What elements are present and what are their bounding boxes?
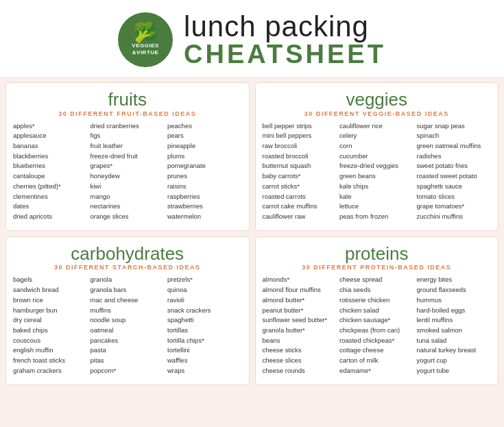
list-item: brown rice <box>13 295 43 306</box>
list-item: pineapple <box>167 141 195 151</box>
list-item: baked chips <box>13 326 48 336</box>
list-item: almond flour muffins <box>263 285 321 295</box>
list-item: yogurt cup <box>417 356 447 366</box>
list-item: dried apricots <box>13 212 52 222</box>
carbs-card: carbohydrates 30 DIFFERENT STARCH-BASED … <box>5 236 250 385</box>
list-item: zucchini muffins <box>417 212 463 222</box>
list-item: sandwich bread <box>13 285 59 295</box>
list-item: tortilla chips* <box>167 336 204 346</box>
list-item: oatmeal <box>91 326 114 336</box>
list-item: sweet potato fries <box>417 161 468 171</box>
list-item: lettuce <box>339 202 359 212</box>
header-cheatsheet-label: CHEATSHEET <box>184 41 386 67</box>
list-item: english muffin <box>13 345 53 356</box>
list-item: edamame* <box>339 366 371 376</box>
list-item: noodle soup <box>91 315 126 326</box>
list-item: pancakes <box>91 336 119 346</box>
list-item: roasted carrots <box>263 192 306 202</box>
list-item: mac and cheese <box>91 295 139 306</box>
list-item: kiwi <box>91 182 101 192</box>
carbs-col3: pretzels*quinoaraviolisnack crackersspag… <box>167 275 242 376</box>
list-item: blackberries <box>13 151 48 162</box>
list-item: chia seeds <box>339 285 370 295</box>
list-item: clementines <box>13 192 48 202</box>
list-item: apples* <box>13 121 35 132</box>
list-item: raw broccoli <box>263 141 298 151</box>
veggies-col1: bell pepper stripsmini bell peppersraw b… <box>263 121 337 222</box>
list-item: carrot sticks* <box>263 182 300 192</box>
list-item: cantaloupe <box>13 171 45 182</box>
veggies-card: veggies 30 DIFFERENT VEGGIE-BASED IDEAS … <box>255 82 499 231</box>
list-item: cottage cheese <box>339 345 383 356</box>
list-item: cheese sticks <box>263 345 302 356</box>
list-item: yogurt tube <box>417 366 450 376</box>
fruits-columns: apples*applesaucebananasblackberriesblue… <box>13 121 242 222</box>
list-item: bell pepper strips <box>263 121 312 132</box>
list-item: butternut squash <box>263 161 311 171</box>
list-item: blueberries <box>13 161 45 171</box>
fruits-col1: apples*applesaucebananasblackberriesblue… <box>13 121 88 222</box>
list-item: cauliflower raw <box>263 212 306 222</box>
list-item: chicken sausage* <box>339 315 390 326</box>
list-item: baby carrots* <box>263 171 301 182</box>
veggies-col2: cauliflower ricecelerycorncucumberfreeze… <box>339 121 414 222</box>
list-item: chickpeas (from can) <box>339 326 400 336</box>
list-item: almond butter* <box>263 295 305 306</box>
list-item: cheese slices <box>263 356 302 366</box>
logo-tree-icon: 🥦 <box>134 23 158 42</box>
list-item: hummus <box>417 295 442 306</box>
list-item: grapes* <box>91 161 113 171</box>
carbs-columns: bagelssandwich breadbrown ricehamburger … <box>13 275 242 376</box>
list-item: dry cereal <box>13 315 42 326</box>
fruits-title: fruits <box>13 90 242 110</box>
carbs-title: carbohydrates <box>13 244 242 264</box>
list-item: ground flaxseeds <box>417 285 466 295</box>
list-item: corn <box>339 141 352 151</box>
list-item: bananas <box>13 141 38 151</box>
list-item: plums <box>167 151 184 162</box>
list-item: strawberries <box>167 202 203 212</box>
list-item: dates <box>13 202 29 212</box>
list-item: fruit leather <box>91 141 123 151</box>
list-item: dried cranberries <box>91 121 139 132</box>
list-item: pears <box>167 131 184 141</box>
list-item: orange slices <box>91 212 129 222</box>
list-item: wraps <box>167 366 184 376</box>
header-lunch-label: lunch packing <box>184 12 369 41</box>
list-item: sugar snap peas <box>417 121 465 132</box>
list-item: cheese rounds <box>263 366 305 376</box>
list-item: waffles <box>167 356 187 366</box>
list-item: cucumber <box>339 151 368 162</box>
list-item: tomato slices <box>417 192 455 202</box>
list-item: muffins <box>91 306 111 316</box>
proteins-col3: energy bitesground flaxseedshummushard-b… <box>417 275 492 376</box>
veggies-title: veggies <box>263 90 492 110</box>
list-item: kale <box>339 192 351 202</box>
list-item: sunflower seed butter* <box>263 315 328 326</box>
list-item: cheese spread <box>339 275 382 285</box>
list-item: pasta <box>91 345 106 356</box>
header-text: lunch packing CHEATSHEET <box>184 12 386 67</box>
list-item: cherries (pitted)* <box>13 182 61 192</box>
logo-text: VEGGIES&VIRTUE <box>132 42 159 56</box>
list-item: smoked salmon <box>417 326 463 336</box>
list-item: lentil muffins <box>417 315 453 326</box>
list-item: roasted chickpeas* <box>339 336 394 346</box>
proteins-columns: almonds*almond flour muffinsalmond butte… <box>263 275 492 376</box>
list-item: quinoa <box>167 285 187 295</box>
list-item: cauliflower rice <box>339 121 383 132</box>
list-item: hard-boiled eggs <box>417 306 466 316</box>
carbs-col1: bagelssandwich breadbrown ricehamburger … <box>13 275 88 376</box>
list-item: energy bites <box>417 275 453 285</box>
main-grid: fruits 30 DIFFERENT FRUIT-BASED IDEAS ap… <box>0 77 504 391</box>
list-item: nectarines <box>91 202 121 212</box>
list-item: tortellini <box>167 345 190 356</box>
carbs-col2: granolagranola barsmac and cheesemuffins… <box>91 275 165 376</box>
list-item: honeydew <box>91 171 120 182</box>
list-item: spinach <box>417 131 440 141</box>
list-item: figs <box>91 131 101 141</box>
list-item: carrot cake muffins <box>263 202 317 212</box>
veggies-subtitle: 30 DIFFERENT VEGGIE-BASED IDEAS <box>263 110 492 117</box>
list-item: pomegranate <box>167 161 206 171</box>
list-item: freeze-dried fruit <box>91 151 138 162</box>
